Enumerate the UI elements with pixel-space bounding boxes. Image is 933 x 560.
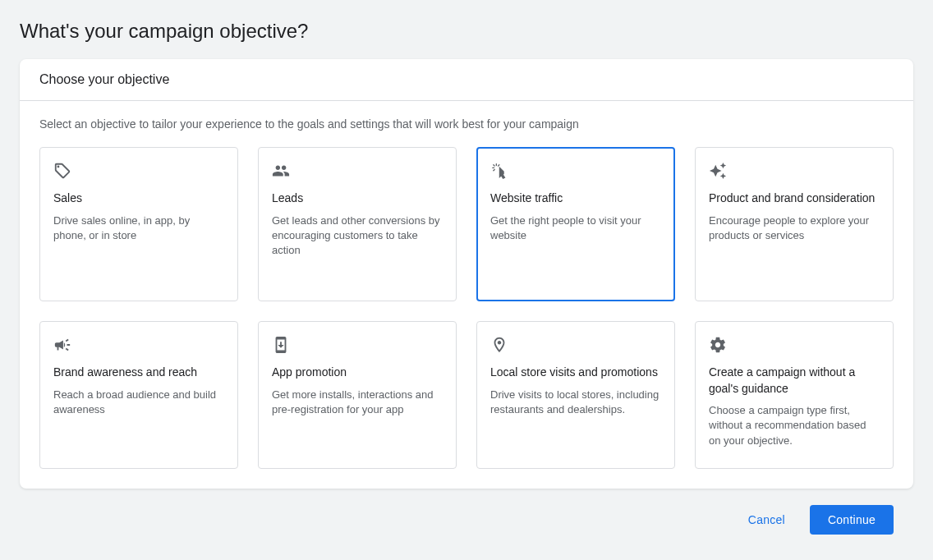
- cancel-button[interactable]: Cancel: [730, 505, 803, 535]
- objective-local-store[interactable]: Local store visits and promotions Drive …: [476, 321, 675, 469]
- objective-title: Create a campaign without a goal's guida…: [709, 365, 880, 397]
- location-pin-icon: [490, 335, 661, 355]
- objective-website-traffic[interactable]: Website traffic Get the right people to …: [476, 147, 675, 301]
- page-title: What's your campaign objective?: [20, 20, 913, 43]
- objective-title: Sales: [53, 190, 224, 207]
- objective-desc: Drive sales online, in app, by phone, or…: [53, 213, 224, 243]
- objective-desc: Get more installs, interactions and pre-…: [272, 388, 443, 417]
- continue-button[interactable]: Continue: [810, 505, 894, 535]
- objective-desc: Get leads and other conversions by encou…: [272, 213, 443, 259]
- objective-title: Local store visits and promotions: [490, 365, 661, 381]
- gear-icon: [709, 335, 880, 355]
- objective-desc: Encourage people to explore your product…: [709, 213, 880, 243]
- objective-desc: Choose a campaign type first, without a …: [709, 403, 880, 448]
- app-install-icon: [272, 335, 443, 355]
- objective-leads[interactable]: Leads Get leads and other conversions by…: [258, 147, 457, 301]
- footer-actions: Cancel Continue: [20, 489, 913, 543]
- card-header-title: Choose your objective: [39, 72, 894, 87]
- objective-desc: Reach a broad audience and build awarene…: [53, 388, 224, 417]
- objective-desc: Get the right people to visit your websi…: [490, 213, 661, 243]
- objective-title: App promotion: [272, 365, 443, 381]
- megaphone-icon: [53, 335, 224, 355]
- sparkle-icon: [709, 161, 880, 181]
- objective-title: Brand awareness and reach: [53, 365, 224, 381]
- objective-grid: Sales Drive sales online, in app, by pho…: [39, 147, 894, 469]
- objective-sales[interactable]: Sales Drive sales online, in app, by pho…: [39, 147, 238, 301]
- objective-product-brand[interactable]: Product and brand consideration Encourag…: [695, 147, 894, 301]
- objective-title: Website traffic: [490, 190, 661, 207]
- objective-card-panel: Choose your objective Select an objectiv…: [20, 59, 913, 489]
- objective-title: Leads: [272, 190, 443, 207]
- people-icon: [272, 161, 443, 181]
- objective-app-promotion[interactable]: App promotion Get more installs, interac…: [258, 321, 457, 469]
- objective-title: Product and brand consideration: [709, 190, 880, 207]
- objective-desc: Drive visits to local stores, including …: [490, 388, 661, 417]
- card-header: Choose your objective: [20, 59, 913, 101]
- objective-brand-awareness[interactable]: Brand awareness and reach Reach a broad …: [39, 321, 238, 469]
- instruction-text: Select an objective to tailor your exper…: [39, 117, 894, 131]
- cursor-click-icon: [490, 161, 661, 181]
- objective-no-goal[interactable]: Create a campaign without a goal's guida…: [695, 321, 894, 469]
- tag-icon: [53, 161, 224, 181]
